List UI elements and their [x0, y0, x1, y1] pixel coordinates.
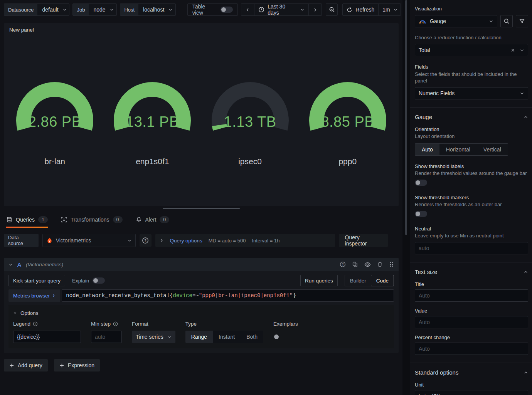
- time-range-value: Last 30 days: [268, 3, 297, 16]
- datasource-help-button[interactable]: ?: [140, 234, 152, 247]
- chevron-down-icon: [167, 335, 172, 339]
- orientation-option-vertical[interactable]: Vertical: [477, 144, 508, 155]
- help-icon[interactable]: ?: [340, 261, 346, 267]
- zoom-out-button[interactable]: [326, 3, 338, 16]
- metrics-browser-label: Metrics browser: [13, 293, 50, 299]
- panel-resize-handle[interactable]: [163, 208, 240, 209]
- query-row-header[interactable]: A (Victoriametrics) ?: [4, 258, 399, 271]
- explain-toggle[interactable]: [93, 277, 105, 284]
- chevron-up-icon: [524, 270, 528, 274]
- unit-select[interactable]: bytes(SI): [415, 390, 528, 395]
- zoom-out-icon: [329, 7, 335, 13]
- chevron-down-icon: [109, 7, 114, 12]
- format-value: Time series: [136, 334, 163, 340]
- neutral-input[interactable]: [415, 242, 528, 254]
- expression-button[interactable]: Expression: [54, 359, 100, 371]
- collapse-chevron-icon[interactable]: [8, 262, 13, 267]
- tab-label: Alert: [145, 217, 157, 223]
- options-header[interactable]: Options: [13, 308, 389, 318]
- fields-select[interactable]: Numeric Fields: [415, 87, 528, 99]
- builder-mode-option[interactable]: Builder: [345, 275, 371, 286]
- clock-icon: [258, 7, 264, 13]
- eye-icon[interactable]: [364, 261, 371, 268]
- tab-queries[interactable]: Queries 1: [6, 212, 48, 228]
- gauge-section-title: Gauge: [415, 114, 432, 120]
- tab-alert[interactable]: Alert 0: [136, 212, 170, 228]
- format-select[interactable]: Time series: [132, 331, 175, 343]
- editor-tabs: Queries 1 Transformations 0 Alert 0: [0, 212, 402, 228]
- tab-count-badge: 0: [113, 216, 123, 223]
- run-queries-button[interactable]: Run queries: [300, 275, 338, 286]
- legend-input[interactable]: [13, 331, 81, 343]
- gauge-ipsec0: 1.13 TB ipsec0: [204, 77, 297, 166]
- tab-label: Transformations: [71, 217, 109, 223]
- add-query-button[interactable]: Add query: [4, 359, 48, 371]
- type-option-both[interactable]: Both: [241, 331, 263, 343]
- job-value: node: [93, 7, 105, 13]
- help-icon: ?: [142, 237, 149, 244]
- min-step-label: Min step: [91, 321, 111, 327]
- kick-start-button[interactable]: Kick start your query: [8, 275, 65, 286]
- time-range-picker[interactable]: Last 30 days: [254, 4, 309, 15]
- datasource-select[interactable]: default: [37, 4, 69, 15]
- query-expression-row: Metrics browser node_network_receive_byt…: [8, 289, 394, 302]
- filter-options-button[interactable]: [516, 15, 528, 27]
- min-step-input-wrap: [91, 331, 122, 343]
- type-option-instant[interactable]: Instant: [213, 331, 241, 343]
- refresh-button[interactable]: Refresh: [343, 4, 379, 15]
- refresh-interval-select[interactable]: 1m: [379, 4, 401, 15]
- clear-icon[interactable]: [510, 394, 515, 395]
- metrics-browser-button[interactable]: Metrics browser: [8, 289, 60, 302]
- host-select[interactable]: localhost: [138, 4, 176, 15]
- refresh-label: Refresh: [355, 7, 374, 13]
- title-size-input[interactable]: [415, 289, 528, 302]
- grafana-panel-editor: Datasource default Job node Host localho…: [0, 0, 532, 395]
- trash-icon[interactable]: [377, 261, 383, 267]
- text-size-section-header[interactable]: Text size: [415, 269, 528, 275]
- reducer-select[interactable]: Total: [415, 44, 528, 56]
- svg-text:?: ?: [342, 262, 344, 266]
- query-editor-card: A (Victoriametrics) ? Kick start your qu…: [4, 258, 399, 353]
- query-options-link[interactable]: Query options: [170, 238, 202, 244]
- chevron-down-icon: [393, 7, 398, 12]
- gauge-section-header[interactable]: Gauge: [415, 114, 528, 120]
- clear-icon[interactable]: [510, 48, 515, 53]
- query-inspector-button[interactable]: Query inspector: [339, 234, 388, 247]
- orientation-option-horizontal[interactable]: Horizontal: [439, 144, 477, 155]
- drag-handle-icon[interactable]: [389, 261, 394, 267]
- time-back-button[interactable]: [241, 4, 254, 15]
- gauge-value: 13.1 PB: [106, 114, 199, 130]
- threshold-markers-toggle[interactable]: [415, 211, 427, 217]
- tab-transformations[interactable]: Transformations 0: [61, 212, 123, 228]
- percent-change-size-input[interactable]: [415, 343, 528, 355]
- chevron-down-icon[interactable]: [520, 48, 524, 52]
- threshold-labels-description: Render the threshold values around the g…: [415, 170, 528, 176]
- promql-expression-input[interactable]: node_network_receive_bytes_total{device=…: [62, 289, 394, 302]
- query-row-body: Kick start your query Explain Run querie…: [4, 271, 399, 353]
- visualization-label: Visualization: [415, 6, 528, 12]
- search-options-button[interactable]: [500, 15, 513, 27]
- data-source-select[interactable]: Victoriametrics: [42, 234, 136, 247]
- min-step-input[interactable]: [91, 331, 122, 343]
- type-radio-group: Range Instant Both: [185, 331, 263, 343]
- table-view-toggle[interactable]: [221, 7, 233, 13]
- gauge-enp1s0f1: 13.1 PB enp1s0f1: [106, 77, 199, 166]
- type-option-range[interactable]: Range: [185, 331, 213, 343]
- orientation-option-auto[interactable]: Auto: [415, 144, 439, 155]
- svg-text:i: i: [35, 322, 36, 325]
- neutral-label: Neutral: [415, 226, 528, 232]
- duplicate-icon[interactable]: [352, 261, 358, 267]
- code-mode-option[interactable]: Code: [371, 275, 394, 286]
- visualization-select[interactable]: 79 Gauge: [415, 15, 497, 27]
- gauge-grid: 2.86 PB br-lan 13.1 PB enp1s0f1 1.13 TB …: [4, 37, 399, 166]
- time-forward-button[interactable]: [309, 4, 322, 15]
- gauge-value: 8.85 PB: [301, 114, 394, 130]
- standard-options-section-header[interactable]: Standard options: [415, 369, 528, 376]
- interval-value: Interval = 1h: [252, 238, 279, 244]
- job-select[interactable]: node: [89, 4, 117, 15]
- options-sidebar: Visualization 79 Gauge Choose a reducer …: [410, 0, 532, 395]
- query-ref-id: A: [17, 261, 21, 268]
- scrollbar-thumb[interactable]: [405, 0, 407, 235]
- value-size-input[interactable]: [415, 316, 528, 328]
- threshold-labels-toggle[interactable]: [415, 180, 427, 186]
